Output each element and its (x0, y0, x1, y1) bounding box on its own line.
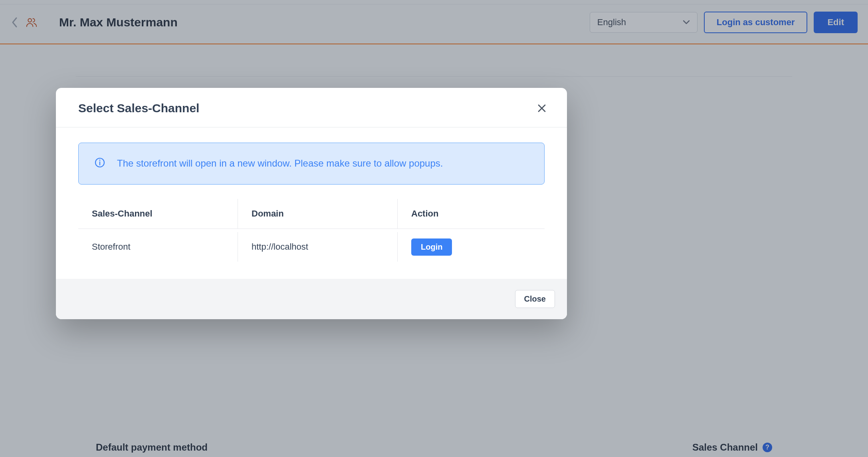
sales-channel-table: Sales-Channel Domain Action Storefront h… (78, 199, 545, 265)
close-button[interactable]: Close (515, 290, 555, 308)
modal-overlay: Select Sales-Channel The storefront will… (0, 0, 868, 457)
select-sales-channel-modal: Select Sales-Channel The storefront will… (56, 88, 567, 319)
login-button[interactable]: Login (411, 238, 452, 256)
col-domain: Domain (238, 199, 398, 228)
info-alert-text: The storefront will open in a new window… (117, 157, 443, 171)
col-action: Action (398, 199, 545, 228)
close-icon[interactable] (536, 102, 548, 114)
svg-point-5 (99, 160, 101, 161)
table-row: Storefront http://localhost Login (78, 229, 545, 265)
modal-title: Select Sales-Channel (78, 101, 199, 115)
cell-sales-channel: Storefront (78, 232, 238, 262)
col-sales-channel: Sales-Channel (78, 199, 238, 228)
info-icon (95, 157, 106, 169)
info-alert: The storefront will open in a new window… (78, 143, 545, 185)
cell-domain: http://localhost (238, 232, 398, 262)
